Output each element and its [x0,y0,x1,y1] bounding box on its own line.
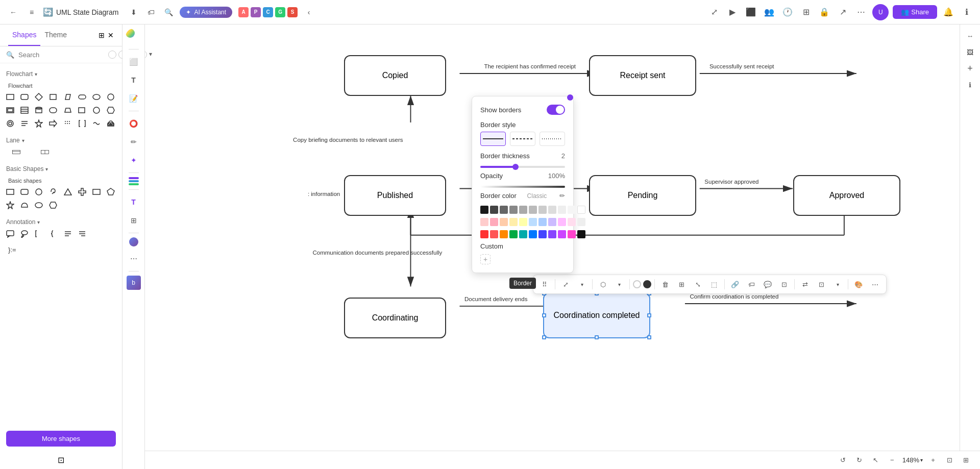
float-delete[interactable]: 🗑 [658,277,672,291]
present-icon[interactable]: ⬛ [744,5,758,19]
node-coordination-completed[interactable]: Coordination completed [543,292,650,338]
user-avatar[interactable]: U [872,4,889,20]
shape-target[interactable] [4,117,16,130]
shape-dbl-rect[interactable] [4,104,16,116]
float-group[interactable]: ⊞ [674,277,689,291]
color-swatch-blue[interactable] [129,180,139,182]
handle-ml[interactable] [542,313,546,317]
swatch-l6[interactable] [529,218,537,226]
sidebar-bottom-btn[interactable]: ⊡ [0,451,122,469]
fit-screen[interactable]: ⊡ [943,454,955,466]
show-borders-toggle[interactable] [547,105,565,115]
shape-wave[interactable] [90,117,103,130]
sidebar-close-icon[interactable]: ✕ [108,31,114,39]
node-copied[interactable]: Copied [344,55,446,96]
shape-star[interactable] [33,117,45,130]
text-tool[interactable]: T [126,72,142,88]
swatch-v8[interactable] [548,230,556,238]
back-button[interactable]: ← [6,5,20,19]
thickness-slider[interactable] [480,166,565,168]
swatch-l5[interactable] [519,218,527,226]
swatch-l10[interactable] [568,218,576,226]
swatch-black[interactable] [480,206,488,214]
tag-button[interactable]: 🏷 [144,5,158,19]
swatch-gray4[interactable] [538,206,547,214]
flow-icon[interactable]: ↗ [836,5,850,19]
category-flowchart-sub[interactable]: Flowchart [4,80,118,91]
shape-arrow[interactable] [47,117,59,130]
shape-rect[interactable] [4,91,16,103]
search-input[interactable] [18,51,104,59]
ann-curly[interactable] [47,228,59,240]
search-button[interactable]: 🔍 [161,5,176,19]
float-shape[interactable]: ⬡ [596,277,610,291]
bell-icon[interactable]: 🔔 [941,5,955,19]
collab-icon[interactable]: 👥 [762,5,776,19]
download-button[interactable]: ⬇ [127,5,141,19]
float-frame[interactable]: ⬚ [707,277,721,291]
basic-rounded[interactable] [18,186,31,198]
ann-bracket[interactable] [33,228,45,240]
swatch-dark1[interactable] [490,206,498,214]
shape-dashes[interactable] [62,117,74,130]
mode-dropdown[interactable]: ▾ [149,51,152,59]
swatch-l3[interactable] [500,218,508,226]
grid-toggle[interactable]: ⊞ [960,454,972,466]
basic-rect[interactable] [4,186,16,198]
mode-circle1[interactable] [108,51,116,59]
float-comment[interactable]: 💬 [761,277,775,291]
right-plus[interactable]: + [963,61,977,76]
more-shapes-button[interactable]: More shapes [6,431,116,447]
basic-bump[interactable] [18,199,31,211]
zoom-out[interactable]: − [886,454,898,466]
shape-rect3[interactable] [76,104,88,116]
swatch-gray5[interactable] [548,206,556,214]
category-basic[interactable]: Basic Shapes ▾ [4,162,118,175]
shape-circle[interactable] [105,91,117,103]
float-move[interactable]: ⠿ [537,277,552,291]
shape-oval2[interactable] [47,104,59,116]
ann-thought[interactable] [18,228,31,240]
expand-icon[interactable]: ⤢ [707,5,721,19]
pen-tool[interactable]: ✏ [126,134,142,150]
float-tag[interactable]: 🏷 [744,277,758,291]
float-more[interactable]: ⋯ [868,277,882,291]
shape-tool[interactable]: ⭕ [126,115,142,132]
sidebar-sort-icon[interactable]: ⊞ [99,31,105,39]
swatch-v6[interactable] [529,230,537,238]
border-dotted[interactable] [540,132,565,146]
shape-circle2[interactable] [90,104,103,116]
basic-loop[interactable] [47,186,59,198]
shape-rect2[interactable] [47,91,59,103]
swatch-v5[interactable] [519,230,527,238]
zoom-in[interactable]: + [927,454,939,466]
edit-color-icon[interactable]: ✏ [559,192,565,200]
float-color-filled[interactable] [643,280,651,288]
color-dot-1[interactable] [129,237,138,246]
node-published[interactable]: Published [344,175,446,216]
basic-rhombus[interactable] [90,186,103,198]
swatch-l9[interactable] [558,218,566,226]
tab-icon-s[interactable]: S [287,7,298,17]
swatch-v1[interactable] [480,230,488,238]
float-connect2[interactable]: ⇄ [798,277,812,291]
category-flowchart[interactable]: Flowchart ▾ [4,67,118,80]
float-dropdown1[interactable]: ▾ [575,277,589,291]
handle-mr[interactable] [647,313,651,317]
thickness-thumb[interactable] [512,164,519,170]
shape-diamond[interactable] [33,91,45,103]
sticky-note-tool[interactable]: 📝 [126,90,142,107]
share-button[interactable]: 👥 Share [893,5,937,19]
shape-multiline[interactable] [18,117,31,130]
ai-assistant-button[interactable]: ✦ AI Assistant [180,7,232,18]
opacity-thumb[interactable] [567,94,573,101]
basic-hex[interactable] [47,199,59,211]
table-tool[interactable]: ⊞ [126,212,142,229]
undo-button[interactable]: ↺ [837,454,849,466]
swatch-l8[interactable] [548,218,556,226]
shape-parallelogram[interactable] [62,91,74,103]
redo-button[interactable]: ↻ [853,454,866,466]
tab-shapes[interactable]: Shapes [8,24,40,46]
shape-trap[interactable] [62,104,74,116]
handle-bc[interactable] [595,335,599,339]
